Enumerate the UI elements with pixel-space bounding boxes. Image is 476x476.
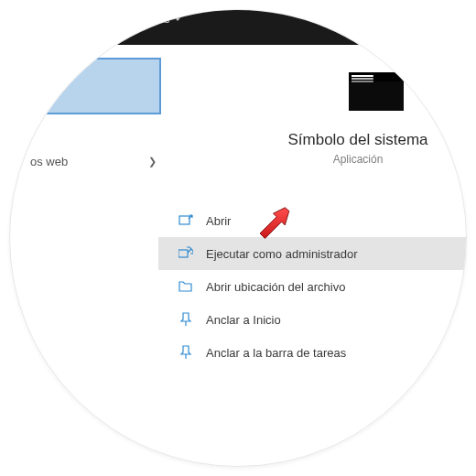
search-panel: Más os web ❯ Símbolo del sistema Aplicac…	[9, 9, 467, 467]
action-label: Abrir ubicación del archivo	[206, 280, 345, 294]
svg-rect-0	[179, 216, 189, 224]
pin-start-icon	[178, 312, 193, 327]
web-documents-label: os web	[30, 155, 68, 168]
chevron-down-icon	[174, 16, 181, 22]
chevron-right-icon: ❯	[148, 156, 157, 168]
filter-bar: Más	[9, 9, 467, 45]
action-label: Ejecutar como administrador	[206, 247, 357, 261]
selected-result[interactable]	[9, 58, 161, 114]
action-label: Abrir	[206, 214, 231, 228]
pin-taskbar-icon	[178, 345, 193, 360]
web-documents-row[interactable]: os web ❯	[30, 155, 157, 168]
run-admin-icon	[178, 246, 193, 261]
app-title: Símbolo del sistema	[266, 131, 449, 149]
folder-icon	[178, 279, 193, 294]
svg-rect-1	[178, 250, 188, 257]
more-filter[interactable]: Más	[147, 12, 181, 26]
open-icon	[178, 213, 193, 228]
more-label: Más	[147, 12, 170, 26]
action-pin-start[interactable]: Anclar a Inicio	[158, 303, 467, 336]
app-subtitle: Aplicación	[266, 153, 449, 166]
action-label: Anclar a la barra de tareas	[206, 346, 346, 360]
action-open-location[interactable]: Abrir ubicación del archivo	[158, 270, 467, 303]
action-pin-taskbar[interactable]: Anclar a la barra de tareas	[158, 336, 467, 369]
app-thumbnail	[349, 72, 404, 111]
action-open[interactable]: Abrir	[158, 204, 467, 237]
action-label: Anclar a Inicio	[206, 313, 281, 327]
action-run-admin[interactable]: Ejecutar como administrador	[158, 237, 467, 270]
circular-crop: Más os web ❯ Símbolo del sistema Aplicac…	[9, 9, 467, 467]
action-list: Abrir Ejecutar como administrador Abrir …	[158, 204, 467, 369]
